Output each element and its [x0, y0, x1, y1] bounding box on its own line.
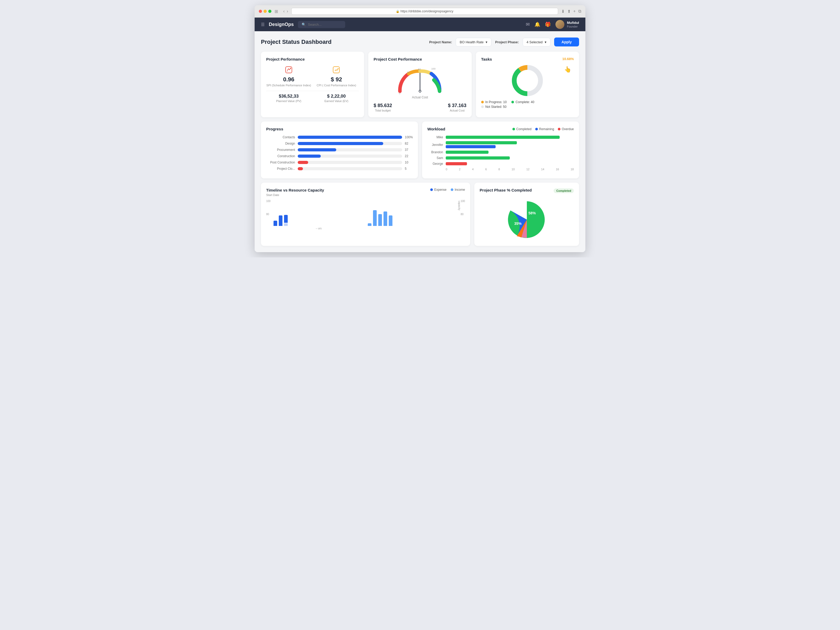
- spi-label: SPI (Schedule Performance Index): [266, 83, 311, 87]
- download-icon[interactable]: ⬇: [561, 9, 565, 14]
- progress-value: 22: [405, 154, 413, 158]
- left-chart: 100 80: [266, 200, 363, 230]
- not-started-legend: Not Started: 50: [481, 105, 574, 109]
- workload-person-name: Sam: [427, 156, 443, 160]
- copy-icon[interactable]: ⧉: [578, 9, 581, 14]
- pie-container: 58% 35%: [480, 198, 574, 241]
- actual-cost-label: Actual Cost: [448, 109, 466, 112]
- browser-dots: [259, 10, 272, 13]
- income-dot: [451, 188, 453, 191]
- minimize-dot[interactable]: [264, 10, 267, 13]
- url-bar[interactable]: 🔒 https://dribbble.com/designopsagency: [291, 8, 558, 15]
- donut-chart: [510, 63, 545, 98]
- header-controls: Project Name: BO Health Rate ▾ Project P…: [429, 38, 579, 46]
- workload-bars: [446, 162, 574, 165]
- completed-legend-dot: [512, 128, 515, 131]
- workload-row: Brandon: [427, 150, 574, 154]
- tasks-header: Tasks 10.68%: [481, 57, 574, 61]
- axis-label: 10: [512, 168, 515, 171]
- pie-chart: 58% 35%: [506, 198, 548, 241]
- timeline-subtitle: Start Date: [266, 194, 324, 197]
- left-y-axis: 100 80: [266, 200, 271, 226]
- sidebar-toggle-icon[interactable]: ⊞: [275, 9, 278, 14]
- progress-item: Post Construction 10: [266, 161, 413, 164]
- nav-right: ✉ 🔔 🎁 Mufidul Founder: [526, 20, 579, 29]
- actual-cost-value: $ 37.163: [448, 103, 466, 109]
- workload-axis: 024681012141618: [427, 168, 574, 171]
- user-name: Mufidul: [567, 21, 579, 25]
- cursor-icon: 👆: [564, 66, 571, 73]
- not-started-dot: [481, 106, 484, 108]
- cpi-icon: [314, 66, 359, 75]
- right-axis-label: capacity: [458, 201, 461, 227]
- project-name-value: BO Health Rate: [459, 40, 483, 44]
- timeline-card: Timeline vs Resource Capacity Start Date…: [261, 183, 470, 246]
- project-phase-dropdown[interactable]: 4 Selected ▾: [523, 38, 551, 46]
- project-name-label: Project Name:: [429, 40, 452, 44]
- workload-header: Workload Completed Remaining: [427, 127, 574, 131]
- workload-bars: [446, 156, 574, 159]
- new-tab-icon[interactable]: +: [573, 9, 576, 14]
- apply-button[interactable]: Apply: [554, 38, 579, 46]
- browser-nav: ‹ ›: [283, 9, 288, 14]
- hamburger-icon[interactable]: ☰: [261, 22, 265, 27]
- progress-value: 82: [405, 142, 413, 145]
- axis-label: 12: [526, 168, 529, 171]
- remaining-bar: [446, 145, 496, 148]
- workload-person-name: Mike: [427, 135, 443, 139]
- in-progress-legend: In Progress: 10 Complete: 40: [481, 100, 574, 104]
- avatar-image: [556, 20, 564, 29]
- project-name-dropdown[interactable]: BO Health Rate ▾: [456, 38, 491, 46]
- right-y-axis: 100 80: [461, 200, 465, 226]
- maximize-dot[interactable]: [268, 10, 272, 13]
- perf-secondary: $36,52,33 Planned Value (PV) $ 2,22,00 E…: [266, 94, 359, 102]
- total-budget-value: $ 85.632: [374, 103, 392, 109]
- search-icon: 🔍: [302, 22, 306, 27]
- workload-title: Workload: [427, 127, 445, 131]
- workload-bars: [446, 141, 574, 148]
- share-icon[interactable]: ⬆: [567, 9, 571, 14]
- overdue-legend-dot: [558, 128, 561, 131]
- app-container: ☰ DesignOps 🔍 ✉ 🔔 🎁 Mufidul Found: [255, 17, 585, 252]
- left-bars: [273, 200, 363, 226]
- perf-metrics: 0.96 SPI (Schedule Performance Index): [266, 66, 359, 87]
- cpi-value: $ 92: [314, 76, 359, 83]
- chevron-down-icon-2: ▾: [545, 40, 546, 44]
- phase-completed-card: Project Phase % Completed Completed: [474, 183, 579, 246]
- user-info: Mufidul Founder: [567, 21, 579, 28]
- workload-row: Jennifer: [427, 141, 574, 148]
- search-input[interactable]: [308, 22, 345, 27]
- expense-label: Expense: [434, 188, 447, 192]
- workload-card: Workload Completed Remaining: [422, 121, 579, 178]
- cost-values: $ 85.632 Total budget $ 37.163 Actual Co…: [374, 103, 466, 112]
- progress-item-label: Post Construction: [266, 161, 295, 164]
- actual-cost-item: $ 37.163 Actual Cost: [448, 103, 466, 112]
- progress-item: Design 82: [266, 142, 413, 145]
- cpi-metric: $ 92 CPI ( Cost Performance Index): [314, 66, 359, 87]
- gauge-chart: 0 30 60 100: [394, 66, 446, 95]
- project-phase-label: Project Phase:: [495, 40, 519, 44]
- right-bars: [368, 200, 458, 226]
- progress-bar-track: [298, 167, 402, 170]
- tasks-title: Tasks: [481, 57, 492, 61]
- back-icon[interactable]: ‹: [283, 9, 284, 14]
- workload-bars: [446, 135, 574, 139]
- close-dot[interactable]: [259, 10, 262, 13]
- project-performance-card: Project Performance 0.: [261, 52, 364, 117]
- mail-icon[interactable]: ✉: [526, 22, 530, 27]
- completed-bar: [446, 156, 510, 159]
- axis-label: 0: [446, 168, 447, 171]
- progress-item: Contacts 100%: [266, 135, 413, 139]
- bell-icon[interactable]: 🔔: [534, 22, 540, 27]
- workload-person-name: George: [427, 162, 443, 165]
- gauge-container: 0 30 60 100 Actual Cost: [374, 66, 466, 99]
- progress-bar-track: [298, 142, 402, 145]
- avatar: [556, 20, 564, 29]
- browser-actions: ⬇ ⬆ + ⧉: [561, 9, 581, 14]
- progress-item-label: Design: [266, 142, 295, 145]
- forward-icon[interactable]: ›: [287, 9, 288, 14]
- gift-icon[interactable]: 🎁: [545, 22, 551, 27]
- left-x-label: ←urs: [273, 227, 363, 230]
- ev-label: Earned Value (EV): [314, 99, 359, 102]
- progress-bar-fill: [298, 148, 336, 151]
